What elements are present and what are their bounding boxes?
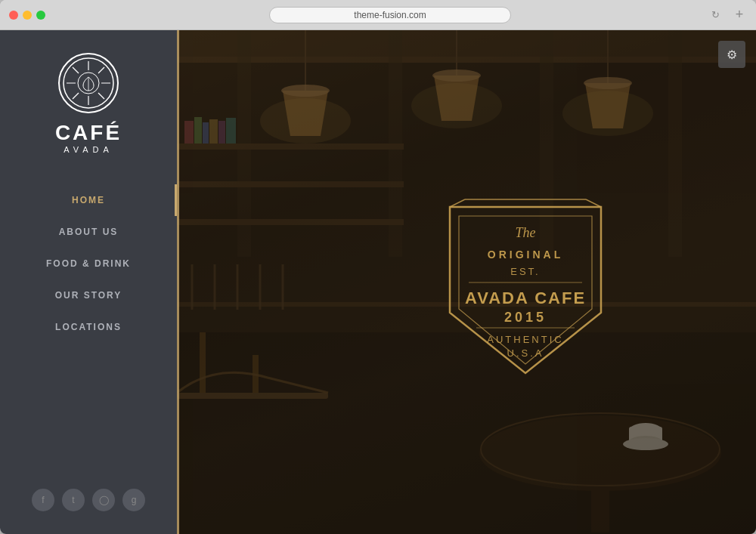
new-tab-button[interactable]: +: [732, 8, 747, 23]
svg-line-6: [73, 67, 79, 73]
nav-item-food[interactable]: FOOD & DRINK: [0, 248, 177, 279]
svg-line-7: [98, 93, 104, 99]
active-page-indicator: [177, 30, 179, 534]
gear-icon: ⚙: [727, 48, 737, 62]
navigation: HOME ABOUT US FOOD & DRINK OUR STORY LOC…: [0, 184, 177, 343]
twitter-icon[interactable]: t: [62, 489, 85, 511]
close-button[interactable]: [9, 11, 18, 20]
nav-item-story[interactable]: OUR STORY: [0, 279, 177, 311]
url-input[interactable]: theme-fusion.com: [269, 7, 511, 23]
browser-titlebar: theme-fusion.com ↻ +: [0, 0, 756, 30]
sidebar: CAFÉ AVADA HOME ABOUT US FOOD & DRINK OU…: [0, 30, 177, 534]
nav-item-about[interactable]: ABOUT US: [0, 216, 177, 248]
hero-badge: The ORIGINAL EST. AVADA CAFE 2015 AUTHEN…: [427, 177, 624, 388]
googleplus-icon[interactable]: g: [122, 489, 145, 511]
traffic-lights: [9, 11, 45, 20]
nav-item-home[interactable]: HOME: [0, 184, 177, 216]
svg-line-58: [586, 199, 601, 207]
brand-name: CAFÉ: [55, 122, 122, 144]
svg-text:EST.: EST.: [510, 266, 540, 277]
address-bar: theme-fusion.com ↻: [54, 7, 726, 23]
instagram-icon[interactable]: ◯: [92, 489, 115, 511]
svg-text:AUTHENTIC: AUTHENTIC: [487, 334, 563, 345]
hero-section: The ORIGINAL EST. AVADA CAFE 2015 AUTHEN…: [177, 30, 756, 534]
logo-circle: [58, 53, 119, 113]
logo-area: CAFÉ AVADA: [55, 53, 122, 154]
minimize-button[interactable]: [23, 11, 32, 20]
svg-text:AVADA CAFE: AVADA CAFE: [465, 289, 586, 307]
social-icons: f t ◯ g: [32, 489, 145, 534]
logo-emblem-svg: [62, 57, 115, 110]
svg-line-57: [450, 199, 465, 207]
svg-text:ORIGINAL: ORIGINAL: [488, 248, 563, 261]
nav-item-locations[interactable]: LOCATIONS: [0, 311, 177, 343]
svg-text:The: The: [516, 225, 536, 240]
svg-text:U.S.A: U.S.A: [507, 347, 544, 359]
settings-button[interactable]: ⚙: [718, 41, 745, 68]
svg-text:2015: 2015: [504, 310, 547, 325]
browser-window: theme-fusion.com ↻ +: [0, 0, 756, 534]
brand-sub: AVADA: [64, 145, 113, 154]
svg-line-9: [73, 93, 79, 99]
maximize-button[interactable]: [36, 11, 45, 20]
cafe-badge-svg: The ORIGINAL EST. AVADA CAFE 2015 AUTHEN…: [427, 177, 624, 388]
facebook-icon[interactable]: f: [32, 489, 54, 511]
refresh-icon[interactable]: ↻: [711, 9, 720, 20]
svg-line-8: [98, 67, 104, 73]
website: CAFÉ AVADA HOME ABOUT US FOOD & DRINK OU…: [0, 30, 756, 534]
